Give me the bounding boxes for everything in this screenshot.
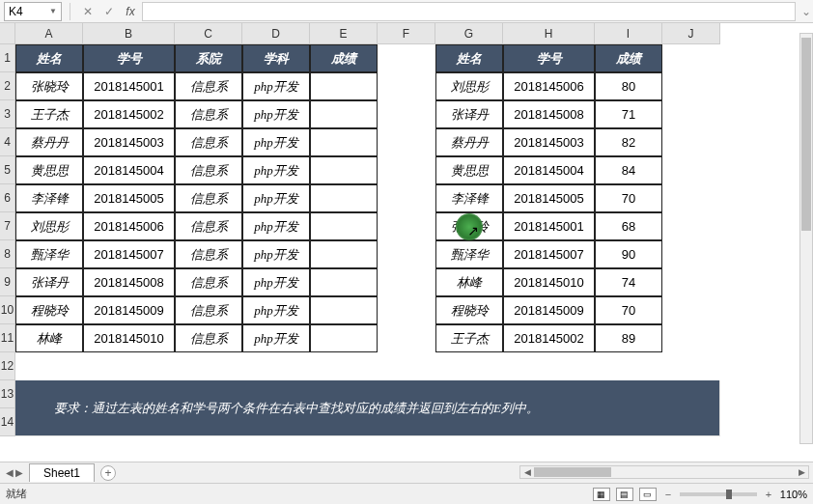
tab-prev-icon[interactable]: ◀ [6,467,14,478]
cell-E9[interactable] [310,268,378,296]
cell-C2[interactable]: 信息系 [175,72,242,100]
cell-E5[interactable] [310,156,378,184]
select-all-corner[interactable] [0,23,15,44]
cell-I4[interactable]: 82 [595,128,662,156]
cell-B8[interactable]: 2018145007 [83,240,175,268]
col-header-C[interactable]: C [175,23,242,44]
col-header-H[interactable]: H [503,23,595,44]
cell-E8[interactable] [310,240,378,268]
expand-formula-icon[interactable]: ⌄ [799,5,813,18]
hscroll-right-icon[interactable]: ▶ [795,467,808,477]
cell-E10[interactable] [310,296,378,324]
vertical-scrollbar[interactable] [799,33,813,444]
cell-G2[interactable]: 刘思彤 [435,72,503,100]
col-header-D[interactable]: D [242,23,310,44]
cell-B9[interactable]: 2018145008 [83,268,175,296]
cell-H4[interactable]: 2018145003 [503,128,595,156]
cell-H11[interactable]: 2018145002 [503,324,595,352]
sheet-tab-active[interactable]: Sheet1 [29,463,95,482]
cell-H2[interactable]: 2018145006 [503,72,595,100]
fx-icon[interactable]: fx [123,5,138,18]
cell-G5[interactable]: 黄思思 [435,156,503,184]
col-header-J[interactable]: J [662,23,720,44]
cell-D8[interactable]: php开发 [242,240,310,268]
cell-I2[interactable]: 80 [595,72,662,100]
cell-C10[interactable]: 信息系 [175,296,242,324]
col-header-A[interactable]: A [15,23,83,44]
cell-G8[interactable]: 甄泽华 [435,240,503,268]
cell-D6[interactable]: php开发 [242,184,310,212]
chevron-down-icon[interactable]: ▼ [49,7,57,15]
cell-I5[interactable]: 84 [595,156,662,184]
cell-E4[interactable] [310,128,378,156]
cell-B5[interactable]: 2018145004 [83,156,175,184]
zoom-out-button[interactable]: − [662,489,674,500]
view-normal-icon[interactable]: ▦ [593,488,610,501]
cell-A9[interactable]: 张译丹 [15,268,83,296]
cell-C5[interactable]: 信息系 [175,156,242,184]
cell-I3[interactable]: 71 [595,100,662,128]
cell-G11[interactable]: 王子杰 [435,324,503,352]
cell-H10[interactable]: 2018145009 [503,296,595,324]
cell-C1[interactable]: 系院 [175,44,242,72]
row-header-10[interactable]: 10 [0,296,15,324]
zoom-slider[interactable] [680,492,757,496]
cell-B3[interactable]: 2018145002 [83,100,175,128]
zoom-in-button[interactable]: + [763,489,774,500]
col-header-F[interactable]: F [378,23,435,44]
cell-A3[interactable]: 王子杰 [15,100,83,128]
cell-H9[interactable]: 2018145010 [503,268,595,296]
cell-D2[interactable]: php开发 [242,72,310,100]
confirm-icon[interactable]: ✓ [101,5,117,18]
cell-C8[interactable]: 信息系 [175,240,242,268]
cell-G10[interactable]: 程晓玲 [435,296,503,324]
cell-I11[interactable]: 89 [595,324,662,352]
cell-C4[interactable]: 信息系 [175,128,242,156]
formula-input[interactable] [142,2,796,21]
cell-I9[interactable]: 74 [595,268,662,296]
cell-I7[interactable]: 68 [595,212,662,240]
cell-B4[interactable]: 2018145003 [83,128,175,156]
cell-G9[interactable]: 林峰 [435,268,503,296]
row-header-9[interactable]: 9 [0,268,15,296]
zoom-slider-thumb[interactable] [726,490,732,499]
row-header-7[interactable]: 7 [0,212,15,240]
name-box[interactable]: K4 ▼ [4,2,62,21]
cell-D4[interactable]: php开发 [242,128,310,156]
tab-next-icon[interactable]: ▶ [15,467,23,478]
cell-G7[interactable]: 张晓玲 [435,212,503,240]
cell-I6[interactable]: 70 [595,184,662,212]
cell-I8[interactable]: 90 [595,240,662,268]
hscroll-left-icon[interactable]: ◀ [520,467,534,477]
cell-H7[interactable]: 2018145001 [503,212,595,240]
requirement-banner[interactable]: 要求：通过左表的姓名和学号两个条件在右表中查找对应的成绩并返回到左右的E列中。 [15,380,720,436]
row-header-13[interactable]: 13 [0,380,15,408]
cell-D3[interactable]: php开发 [242,100,310,128]
col-header-I[interactable]: I [595,23,662,44]
zoom-level[interactable]: 110% [780,489,807,500]
cell-C11[interactable]: 信息系 [175,324,242,352]
cell-A8[interactable]: 甄泽华 [15,240,83,268]
cell-B2[interactable]: 2018145001 [83,72,175,100]
col-header-B[interactable]: B [83,23,175,44]
row-header-4[interactable]: 4 [0,128,15,156]
vscroll-thumb[interactable] [801,38,811,231]
cell-E11[interactable] [310,324,378,352]
cell-H5[interactable]: 2018145004 [503,156,595,184]
add-sheet-button[interactable]: + [100,465,116,481]
cell-A10[interactable]: 程晓玲 [15,296,83,324]
cell-A6[interactable]: 李泽锋 [15,184,83,212]
cell-A5[interactable]: 黄思思 [15,156,83,184]
cell-C6[interactable]: 信息系 [175,184,242,212]
cancel-icon[interactable]: ✕ [80,5,96,18]
row-header-8[interactable]: 8 [0,240,15,268]
col-header-E[interactable]: E [310,23,378,44]
row-header-12[interactable]: 12 [0,352,15,380]
cell-D9[interactable]: php开发 [242,268,310,296]
row-header-2[interactable]: 2 [0,72,15,100]
cell-D1[interactable]: 学科 [242,44,310,72]
cell-A2[interactable]: 张晓玲 [15,72,83,100]
cell-B11[interactable]: 2018145010 [83,324,175,352]
cell-G6[interactable]: 李泽锋 [435,184,503,212]
row-header-5[interactable]: 5 [0,156,15,184]
